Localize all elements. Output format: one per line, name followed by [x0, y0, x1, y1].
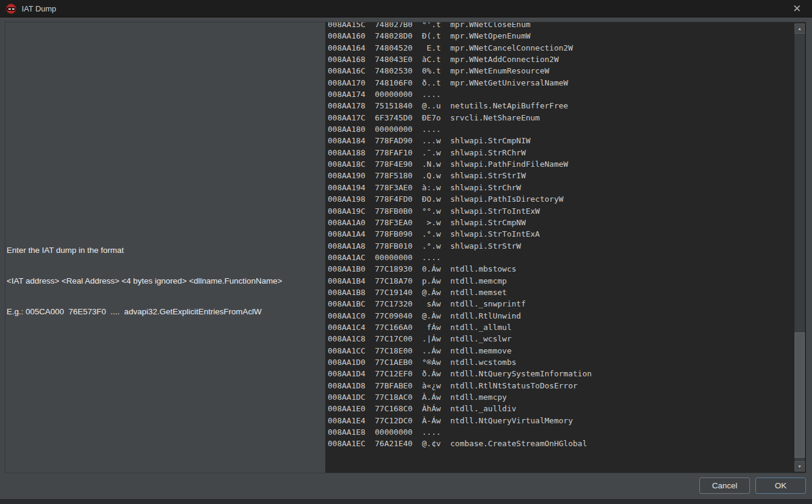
- app-debugger-icon: [6, 4, 16, 14]
- dump-row: 008AA15C 748027B0 °'.t mpr.WNetCloseEnum: [328, 22, 592, 30]
- format-instructions: Enter the IAT dump in the format <IAT ad…: [7, 225, 325, 337]
- dump-row: 008AA18C 778F4E90 .N.w shlwapi.PathFindF…: [328, 158, 592, 170]
- dump-row: 008AA1B4 77C18A70 p.Áw ntdll.memcmp: [328, 275, 592, 287]
- scrollbar-thumb[interactable]: [795, 332, 805, 458]
- dump-row: 008AA1C4 77C166A0 fÁw ntdll._allmul: [328, 322, 592, 333]
- title-bar: IAT Dump ✕: [0, 0, 812, 17]
- dump-row: 008AA1DC 77C18AC0 À.Áw ntdll.memcpy: [328, 391, 592, 403]
- scroll-down-icon[interactable]: ▼: [795, 461, 805, 471]
- instruction-line-1: Enter the IAT dump in the format: [7, 245, 325, 255]
- dump-row: 008AA1EC 76A21E40 @.¢v combase.CreateStr…: [328, 438, 592, 449]
- ok-button[interactable]: OK: [755, 478, 806, 494]
- dump-row: 008AA1C0 77C09040 @.Àw ntdll.RtlUnwind: [328, 310, 592, 322]
- dump-row: 008AA17C 6F3745D0 ÐE7o srvcli.NetShareEn…: [328, 112, 592, 123]
- dump-row: 008AA168 748043E0 àC.t mpr.WNetAddConnec…: [328, 54, 592, 65]
- dump-row: 008AA1A0 778F3EA0 >.w shlwapi.StrCmpNW: [328, 217, 592, 228]
- dump-row: 008AA1E8 00000000 ....: [328, 426, 592, 438]
- dump-row: 008AA1BC 77C17320 sÁw ntdll._snwprintf: [328, 298, 592, 310]
- iat-dump-textarea[interactable]: 008AA15C 748027B0 °'.t mpr.WNetCloseEnum…: [325, 22, 806, 473]
- dump-row: 008AA1D4 77C12EF0 ð.Áw ntdll.NtQuerySyst…: [328, 368, 592, 379]
- cancel-button[interactable]: Cancel: [699, 478, 750, 494]
- window-bottom-edge: [0, 499, 812, 504]
- instruction-line-2: <IAT address> <Real Address> <4 bytes ig…: [7, 276, 325, 286]
- dump-row: 008AA1B8 77C19140 @.Áw ntdll.memset: [328, 287, 592, 298]
- dump-row: 008AA194 778F3AE0 à:.w shlwapi.StrChrW: [328, 182, 592, 193]
- instruction-line-3: E.g.: 005CA000 76E573F0 .... advapi32.Ge…: [7, 306, 325, 317]
- dump-row: 008AA1A4 778FB090 .°.w shlwapi.StrToIntE…: [328, 228, 592, 240]
- dump-row: 008AA190 778F5180 .Q.w shlwapi.StrStrIW: [328, 170, 592, 181]
- close-icon[interactable]: ✕: [787, 0, 807, 17]
- dump-row: 008AA1AC 00000000 ....: [328, 252, 592, 263]
- dump-row: 008AA1CC 77C18E00 ..Áw ntdll.memmove: [328, 345, 592, 356]
- content-frame: Enter the IAT dump in the format <IAT ad…: [5, 22, 806, 473]
- dump-row: 008AA1E0 77C168C0 ÀhÁw ntdll._aulldiv: [328, 403, 592, 414]
- dump-row: 008AA170 748106F0 ð..t mpr.WNetGetUniver…: [328, 77, 592, 89]
- dump-row: 008AA1D8 77BFABE0 à«¿w ntdll.RtlNtStatus…: [328, 380, 592, 391]
- iat-dump-text: 008AA15C 748027B0 °'.t mpr.WNetCloseEnum…: [328, 22, 592, 450]
- dialog-button-row: Cancel OK: [0, 478, 806, 494]
- dump-row: 008AA188 778FAF10 .¯.w shlwapi.StrRChrW: [328, 147, 592, 158]
- dump-row: 008AA184 778FAD90 ...w shlwapi.StrCmpNIW: [328, 135, 592, 146]
- window-title: IAT Dump: [22, 4, 56, 13]
- dump-row: 008AA160 748028D0 Ð(.t mpr.WNetOpenEnumW: [328, 30, 592, 42]
- dump-row: 008AA1A8 778FB010 .°.w shlwapi.StrStrW: [328, 240, 592, 252]
- dump-row: 008AA1D0 77C1AEB0 °®Áw ntdll.wcstombs: [328, 356, 592, 368]
- dump-row: 008AA174 00000000 ....: [328, 89, 592, 100]
- dump-row: 008AA1B0 77C18930 0.Áw ntdll.mbstowcs: [328, 263, 592, 275]
- dump-row: 008AA164 74804520 E.t mpr.WNetCancelConn…: [328, 42, 592, 54]
- dump-row: 008AA1C8 77C17C00 .|Áw ntdll._wcslwr: [328, 333, 592, 344]
- dump-row: 008AA1E4 77C12DC0 À-Áw ntdll.NtQueryVirt…: [328, 415, 592, 426]
- dump-row: 008AA178 75151840 @..u netutils.NetApiBu…: [328, 100, 592, 111]
- dump-row: 008AA198 778F4FD0 ÐO.w shlwapi.PathIsDir…: [328, 193, 592, 205]
- vertical-scrollbar[interactable]: ▲ ▼: [795, 23, 805, 471]
- dump-row: 008AA16C 74802530 0%.t mpr.WNetEnumResou…: [328, 65, 592, 76]
- scroll-up-icon[interactable]: ▲: [795, 23, 805, 34]
- dump-row: 008AA19C 778FB0B0 °°.w shlwapi.StrToIntE…: [328, 205, 592, 217]
- dump-row: 008AA180 00000000 ....: [328, 123, 592, 135]
